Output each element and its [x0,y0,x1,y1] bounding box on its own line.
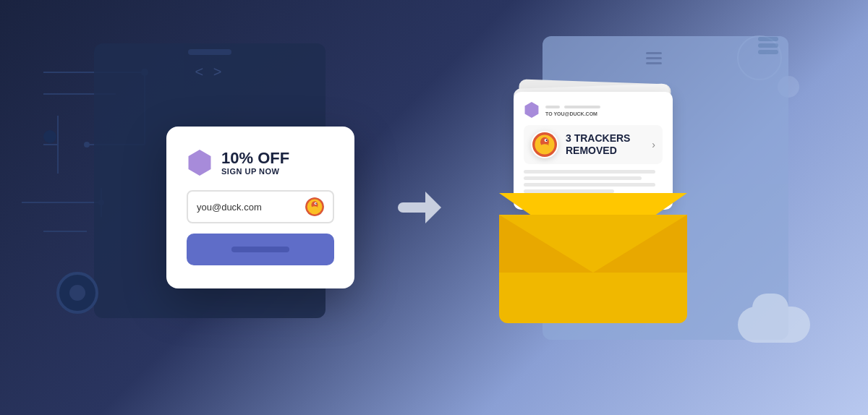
duck-logo-svg [305,197,324,216]
to-email: YOU@DUCK.COM [553,111,597,116]
ham-line-2 [646,57,662,59]
hamburger-menu-icon [646,52,662,64]
email-line-2 [524,176,642,180]
promo-cta: SIGN UP NOW [221,167,289,176]
svg-point-24 [546,140,548,141]
ham-line-3 [646,62,662,64]
from-label-text [545,106,560,108]
email-address-lines: TO YOU@DUCK.COM [545,104,663,116]
tracker-line1: 3 TRACKERS [566,132,644,145]
dot-decoration [43,130,56,143]
signup-card: 10% OFF SIGN UP NOW you@duck.com [166,127,354,288]
promo-percent: 10% OFF [221,150,289,167]
svg-point-25 [539,144,550,153]
email-paper: TO YOU@DUCK.COM [514,92,673,210]
svg-point-18 [315,203,317,205]
arrow-container [398,189,441,226]
from-line [545,104,663,109]
hex-icon [187,150,213,176]
cloud-decoration [738,307,810,343]
envelope-body [499,215,687,323]
right-arrow-icon [398,189,441,226]
email-line-1 [524,170,655,174]
ddg-logo-badge [531,131,558,158]
card-header: 10% OFF SIGN UP NOW [187,150,334,176]
email-hex-icon [524,102,540,118]
ham-line-1 [646,52,662,54]
envelope [499,193,687,323]
email-display: you@duck.com [197,202,262,213]
tracker-text: 3 TRACKERS REMOVED [566,132,644,157]
tracker-line2: REMOVED [566,145,644,157]
svg-point-19 [310,206,319,213]
ddg-logo-input [305,197,324,216]
submit-button[interactable] [187,234,334,265]
code-brackets-icon: < > [195,64,225,80]
promo-text: 10% OFF SIGN UP NOW [221,150,289,176]
email-line-3 [524,183,655,187]
svg-point-5 [84,142,90,147]
main-content: 10% OFF SIGN UP NOW you@duck.com [166,92,702,323]
email-input-row[interactable]: you@duck.com [187,190,334,223]
to-line: TO YOU@DUCK.COM [545,111,663,116]
eye-decoration [56,272,98,314]
duck-logo-badge-svg [532,132,557,157]
tracker-badge[interactable]: 3 TRACKERS REMOVED › [524,125,663,164]
hex-shape [187,150,213,176]
chevron-right-icon: › [652,139,655,150]
main-scene: < > 10% OFF SIGN UP NOW [0,0,868,415]
envelope-section: TO YOU@DUCK.COM [485,92,702,323]
email-header-row: TO YOU@DUCK.COM [524,102,663,118]
from-value [564,106,600,108]
